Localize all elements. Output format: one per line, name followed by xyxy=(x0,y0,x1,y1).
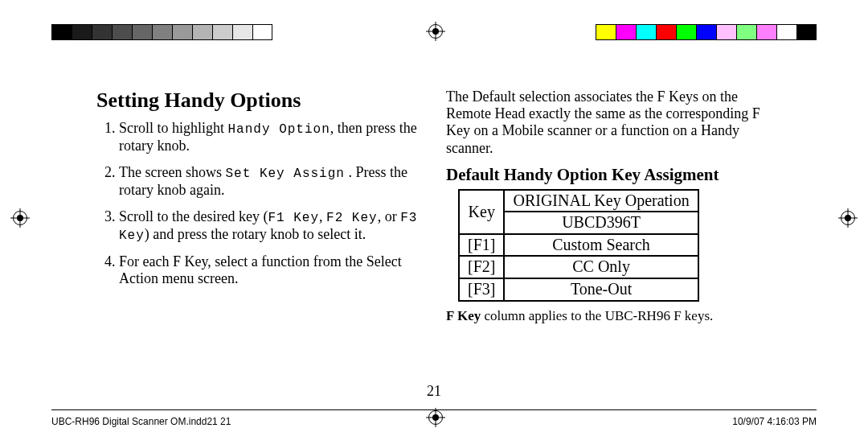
step-text: ) and press the rotary knob to select it… xyxy=(145,226,366,242)
swatch xyxy=(656,24,676,40)
table-row: [F2] CC Only xyxy=(459,256,698,278)
color-calibration-bar xyxy=(596,24,817,40)
section-heading: Setting Handy Options xyxy=(96,88,422,113)
intro-paragraph: The Default selection associates the F K… xyxy=(446,88,772,157)
swatch xyxy=(616,24,636,40)
key-assignment-table: Key ORIGINAL Key Operation UBCD396T [F1]… xyxy=(458,189,699,302)
swatch xyxy=(636,24,656,40)
note-bold: F Key xyxy=(446,308,481,323)
table-heading: Default Handy Option Key Assigment xyxy=(446,165,772,185)
table-row: [F1] Custom Search xyxy=(459,234,698,257)
swatch xyxy=(212,24,232,40)
cell-key: [F1] xyxy=(459,234,504,257)
swatch xyxy=(172,24,192,40)
swatch xyxy=(796,24,817,40)
step-4: For each F Key, select a function from t… xyxy=(119,253,422,287)
footer-timestamp: 10/9/07 4:16:03 PM xyxy=(732,416,817,427)
swatch xyxy=(232,24,252,40)
step-text: , xyxy=(319,208,326,224)
swatch xyxy=(756,24,776,40)
swatch xyxy=(776,24,796,40)
page-number: 21 xyxy=(0,383,868,400)
note-text: column applies to the UBC-RH96 F keys. xyxy=(481,308,713,323)
grayscale-calibration-bar xyxy=(51,24,272,40)
steps-list: Scroll to highlight Handy Option, then p… xyxy=(119,120,422,287)
step-3: Scroll to the desired key (F1 Key, F2 Ke… xyxy=(119,208,422,244)
table-note: F Key column applies to the UBC-RH96 F k… xyxy=(446,308,772,324)
table-row: [F3] Tone-Out xyxy=(459,278,698,301)
swatch xyxy=(92,24,112,40)
menu-label: Set Key Assign xyxy=(225,167,344,181)
swatch xyxy=(736,24,756,40)
step-1: Scroll to highlight Handy Option, then p… xyxy=(119,120,422,154)
step-text: Scroll to the desired key ( xyxy=(119,208,268,224)
key-label: F1 Key xyxy=(268,211,319,225)
footer: UBC-RH96 Digital Scanner OM.indd21 21 10… xyxy=(51,409,817,427)
step-text: , or xyxy=(378,208,401,224)
page-content: Setting Handy Options Scroll to highligh… xyxy=(96,88,772,384)
step-text: Scroll to highlight xyxy=(119,120,228,136)
table-header-key: Key xyxy=(459,190,504,234)
left-column: Setting Handy Options Scroll to highligh… xyxy=(96,88,422,384)
swatch xyxy=(192,24,212,40)
cell-op: CC Only xyxy=(504,256,698,278)
table-header-op2: UBCD396T xyxy=(504,212,698,234)
step-text: The screen shows xyxy=(119,164,225,180)
swatch xyxy=(152,24,172,40)
cell-key: [F2] xyxy=(459,256,504,278)
menu-label: Handy Option xyxy=(228,122,330,137)
swatch xyxy=(112,24,132,40)
swatch xyxy=(696,24,716,40)
registration-mark-right xyxy=(841,211,855,225)
footer-filename: UBC-RH96 Digital Scanner OM.indd21 21 xyxy=(51,416,231,427)
swatch xyxy=(596,24,616,40)
step-2: The screen shows Set Key Assign . Press … xyxy=(119,164,422,199)
swatch xyxy=(51,24,72,40)
cell-op: Custom Search xyxy=(504,234,698,257)
swatch xyxy=(252,24,272,40)
right-column: The Default selection associates the F K… xyxy=(446,88,772,384)
key-label: F2 Key xyxy=(326,211,378,225)
swatch xyxy=(676,24,696,40)
swatch xyxy=(72,24,92,40)
registration-mark-top xyxy=(428,24,443,39)
registration-mark-left xyxy=(13,211,27,225)
cell-key: [F3] xyxy=(459,278,504,301)
table-header-op1: ORIGINAL Key Operation xyxy=(504,190,698,212)
swatch xyxy=(132,24,152,40)
swatch xyxy=(716,24,736,40)
step-text: For each F Key, select a function from t… xyxy=(119,253,402,286)
cell-op: Tone-Out xyxy=(504,278,698,301)
